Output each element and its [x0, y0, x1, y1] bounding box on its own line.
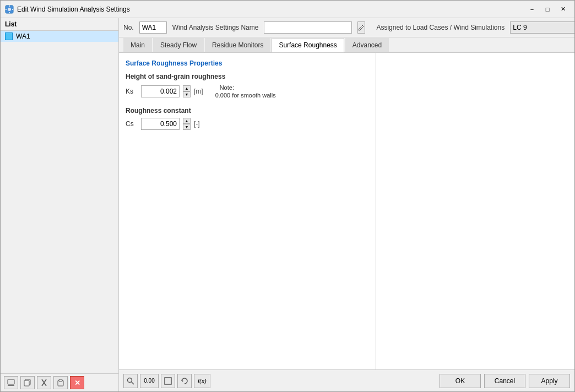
note-container: Note: 0.000 for smooth walls	[215, 84, 276, 99]
svg-point-18	[128, 378, 132, 382]
sidebar-item-label: WA1	[16, 32, 30, 40]
sidebar-header: List	[1, 18, 118, 31]
svg-rect-20	[165, 378, 171, 384]
cs-spin-down[interactable]: ▼	[183, 124, 191, 130]
ks-spin-up[interactable]: ▲	[183, 85, 191, 91]
ks-unit: [m]	[194, 88, 203, 95]
no-field-group: No.	[123, 24, 134, 31]
height-group: Height of sand-grain roughness Ks ▲ ▼ [m…	[126, 73, 369, 99]
svg-rect-13	[59, 379, 62, 382]
cs-row: Cs ▲ ▼ [-]	[126, 118, 369, 130]
name-field-group: Wind Analysis Settings Name	[172, 24, 259, 31]
right-panel: No. Wind Analysis Settings Name Assigned…	[119, 18, 574, 391]
ks-spinners: ▲ ▼	[183, 85, 191, 97]
close-button[interactable]: ✕	[556, 4, 570, 15]
header-fields: No. Wind Analysis Settings Name Assigned…	[119, 18, 574, 37]
copy-button[interactable]	[20, 376, 35, 389]
sidebar-list: WA1	[1, 31, 118, 373]
roughness-group-label: Roughness constant	[126, 107, 369, 115]
assigned-field-group: Assigned to Load Cases / Wind Simulation…	[376, 24, 505, 31]
decimal-tool-button[interactable]: 0.00	[140, 374, 159, 388]
function-label: f(x)	[198, 378, 207, 384]
height-group-label: Height of sand-grain roughness	[126, 73, 369, 80]
tab-residue-monitors[interactable]: Residue Monitors	[205, 38, 270, 52]
assigned-label: Assigned to Load Cases / Wind Simulation…	[376, 24, 505, 31]
tab-advanced[interactable]: Advanced	[345, 38, 389, 52]
search-tool-button[interactable]	[123, 374, 138, 388]
paste-button[interactable]	[53, 376, 68, 389]
ks-input[interactable]	[141, 85, 180, 97]
assigned-input	[510, 21, 574, 34]
roughness-group: Roughness constant Cs ▲ ▼ [-]	[126, 107, 369, 130]
sidebar-toolbar: ✕	[1, 373, 118, 391]
note-label: Note: 0.000 for smooth walls	[215, 84, 276, 99]
tab-main[interactable]: Main	[123, 38, 152, 52]
function-tool-button[interactable]: f(x)	[194, 374, 210, 388]
tab-panel-left: Surface Roughness Properties Height of s…	[119, 53, 376, 369]
cs-label: Cs	[126, 120, 138, 128]
main-window: Edit Wind Simulation Analysis Settings −…	[0, 0, 575, 392]
refresh-tool-button[interactable]	[177, 374, 192, 388]
name-label: Wind Analysis Settings Name	[172, 24, 259, 31]
tab-steady-flow[interactable]: Steady Flow	[153, 38, 204, 52]
cs-unit: [-]	[194, 120, 200, 128]
ks-row: Ks ▲ ▼ [m] Note: 0.00	[126, 84, 369, 99]
no-label: No.	[123, 24, 134, 31]
edit-name-button[interactable]	[357, 21, 365, 34]
cs-spinners: ▲ ▼	[183, 118, 191, 130]
svg-marker-21	[182, 380, 183, 382]
bottom-toolbar: 0.00 f(x)	[123, 374, 210, 388]
sidebar: List WA1	[1, 18, 119, 391]
decimal-label: 0.00	[144, 378, 154, 384]
svg-rect-9	[24, 380, 29, 386]
apply-button[interactable]: Apply	[529, 374, 570, 388]
footer: 0.00 f(x) OK	[119, 369, 574, 391]
no-input[interactable]	[139, 21, 167, 34]
ks-label: Ks	[126, 88, 138, 95]
name-input[interactable]	[264, 21, 352, 34]
view-tool-button[interactable]	[161, 374, 175, 388]
title-bar: Edit Wind Simulation Analysis Settings −…	[1, 1, 574, 18]
window-controls: − □ ✕	[525, 4, 570, 15]
tabs: Main Steady Flow Residue Monitors Surfac…	[119, 37, 574, 53]
maximize-button[interactable]: □	[540, 4, 555, 15]
delete-icon: ✕	[74, 379, 80, 387]
tab-surface-roughness[interactable]: Surface Roughness	[272, 38, 344, 52]
ks-spin-down[interactable]: ▼	[183, 91, 191, 97]
cs-input[interactable]	[141, 118, 180, 130]
main-content: List WA1	[1, 18, 574, 391]
cs-spin-up[interactable]: ▲	[183, 118, 191, 124]
tab-content-area: Surface Roughness Properties Height of s…	[119, 53, 574, 369]
dialog-buttons: OK Cancel Apply	[440, 374, 570, 388]
section-title: Surface Roughness Properties	[126, 59, 369, 67]
cancel-button[interactable]: Cancel	[484, 374, 525, 388]
svg-point-1	[8, 8, 11, 11]
wa1-icon	[5, 32, 13, 40]
body-layout: List WA1	[1, 18, 574, 391]
window-icon	[5, 5, 14, 14]
svg-line-19	[132, 382, 134, 384]
ok-button[interactable]: OK	[440, 374, 481, 388]
svg-rect-6	[8, 379, 14, 384]
window-title: Edit Wind Simulation Analysis Settings	[17, 6, 525, 13]
add-button[interactable]	[4, 376, 18, 389]
sidebar-item-wa1[interactable]: WA1	[1, 31, 118, 42]
minimize-button[interactable]: −	[525, 4, 539, 15]
tab-panel-right	[376, 53, 574, 369]
cut-button[interactable]	[37, 376, 51, 389]
delete-button[interactable]: ✕	[70, 376, 84, 389]
